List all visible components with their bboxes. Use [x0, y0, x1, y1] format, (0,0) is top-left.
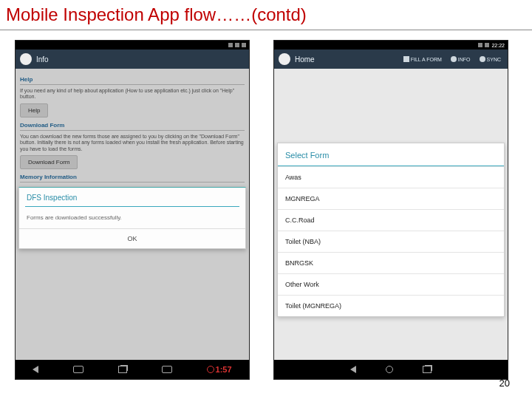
- app-logo-icon: [20, 53, 32, 65]
- title-underline: [0, 30, 532, 30]
- info-icon: [451, 56, 457, 62]
- dialog-ok-button[interactable]: OK: [19, 228, 245, 248]
- battery-icon: [485, 43, 489, 47]
- app-bar: Home FILL A FORM INFO SYNC: [274, 50, 508, 69]
- nav-clock: 1:57: [207, 365, 232, 374]
- app-bar-title: Home: [295, 55, 397, 64]
- fill-form-label: FILL A FORM: [411, 57, 442, 62]
- screen-body: Select Form Awas MGNREGA C.C.Road Toilet…: [274, 69, 508, 361]
- nav-recent-icon[interactable]: [423, 366, 432, 373]
- status-bar: [16, 41, 249, 50]
- list-item[interactable]: C.C.Road: [278, 209, 504, 231]
- sync-label: SYNC: [487, 57, 501, 62]
- nav-bar: 1:57: [16, 360, 249, 379]
- nav-back-icon[interactable]: [33, 366, 38, 373]
- dialog-title: DFS Inspection: [19, 188, 245, 206]
- sync-icon: [480, 56, 485, 62]
- slide-title: Mobile Inspection App flow……(contd): [6, 4, 307, 25]
- signal-icon: [478, 43, 482, 47]
- list-item[interactable]: Toilet (NBA): [278, 231, 504, 252]
- list-item[interactable]: Toilet (MGNREGA): [278, 295, 504, 316]
- list-item[interactable]: BNRGSK: [278, 252, 504, 273]
- dialog-message: Forms are downloaded successfully.: [19, 207, 245, 228]
- app-bar-title: Info: [36, 55, 245, 64]
- nav-back-icon[interactable]: [350, 366, 356, 373]
- select-form-title: Select Form: [278, 143, 504, 166]
- nav-recent-icon[interactable]: [118, 366, 127, 373]
- wifi-icon: [235, 43, 239, 47]
- battery-icon: [242, 43, 246, 47]
- status-time: 22:22: [491, 43, 505, 48]
- nav-bar: [274, 360, 508, 379]
- clock-icon: [207, 366, 214, 373]
- form-icon: [403, 56, 409, 62]
- select-form-dialog: Select Form Awas MGNREGA C.C.Road Toilet…: [277, 143, 505, 317]
- list-item[interactable]: Awas: [278, 166, 504, 188]
- info-label: INFO: [458, 57, 471, 62]
- list-item[interactable]: MGNREGA: [278, 188, 504, 209]
- screen-body: Help If you need any kind of help about …: [16, 69, 249, 361]
- nav-time-label: 1:57: [216, 365, 232, 374]
- nav-extra-icon[interactable]: [162, 366, 172, 373]
- info-action[interactable]: INFO: [449, 56, 473, 62]
- status-bar: 22:22: [274, 41, 508, 50]
- left-phone-frame: Info Help If you need any kind of help a…: [15, 40, 250, 380]
- app-logo-icon: [279, 53, 290, 65]
- nav-home-icon[interactable]: [386, 366, 393, 373]
- signal-icon: [228, 43, 233, 47]
- right-phone-frame: 22:22 Home FILL A FORM INFO SYNC Select …: [273, 40, 508, 380]
- app-bar: Info: [16, 50, 249, 69]
- list-item[interactable]: Other Work: [278, 273, 504, 295]
- nav-home-icon[interactable]: [73, 366, 83, 373]
- fill-form-action[interactable]: FILL A FORM: [401, 56, 444, 62]
- download-success-dialog: DFS Inspection Forms are downloaded succ…: [18, 187, 246, 249]
- sync-action[interactable]: SYNC: [477, 56, 503, 62]
